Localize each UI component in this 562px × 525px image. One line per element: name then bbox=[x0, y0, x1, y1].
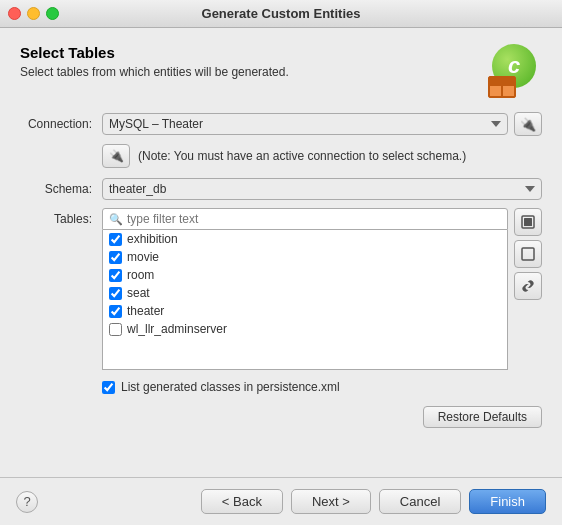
table-name-seat: seat bbox=[127, 286, 150, 300]
restore-defaults-button[interactable]: Restore Defaults bbox=[423, 406, 542, 428]
header-icon bbox=[488, 44, 542, 98]
table-checkbox-exhibition[interactable] bbox=[109, 233, 122, 246]
note-icon-button[interactable]: 🔌 bbox=[102, 144, 130, 168]
connection-plug-button[interactable]: 🔌 bbox=[514, 112, 542, 136]
schema-select[interactable]: theater_db bbox=[102, 178, 542, 200]
header-section: Select Tables Select tables from which e… bbox=[20, 44, 542, 98]
table-row: theater bbox=[103, 302, 507, 320]
connection-row: Connection: MySQL – Theater 🔌 bbox=[20, 112, 542, 136]
main-content: Select Tables Select tables from which e… bbox=[0, 28, 562, 477]
connection-select[interactable]: MySQL – Theater bbox=[102, 113, 508, 135]
bottom-left: ? bbox=[16, 491, 38, 513]
svg-rect-1 bbox=[524, 218, 532, 226]
select-all-icon bbox=[521, 215, 535, 229]
table-icon-cell bbox=[489, 85, 502, 97]
schema-row: Schema: theater_db bbox=[20, 178, 542, 200]
link-button[interactable] bbox=[514, 272, 542, 300]
table-name-room: room bbox=[127, 268, 154, 282]
table-icon bbox=[488, 76, 516, 98]
select-all-button[interactable] bbox=[514, 208, 542, 236]
table-checkbox-theater[interactable] bbox=[109, 305, 122, 318]
table-checkbox-seat[interactable] bbox=[109, 287, 122, 300]
table-icon-cell bbox=[502, 85, 515, 97]
link-icon bbox=[521, 279, 535, 293]
maximize-button[interactable] bbox=[46, 7, 59, 20]
table-icon-cell bbox=[489, 77, 502, 85]
tables-label: Tables: bbox=[20, 208, 102, 226]
schema-control: theater_db bbox=[102, 178, 542, 200]
plug-icon: 🔌 bbox=[520, 117, 536, 132]
schema-label: Schema: bbox=[20, 182, 102, 196]
table-row: exhibition bbox=[103, 230, 507, 248]
tables-section: Tables: 🔍 exhibitionmovieroomseattheater… bbox=[20, 208, 542, 370]
persistence-checkbox-row: List generated classes in persistence.xm… bbox=[20, 380, 542, 394]
header-text: Select Tables Select tables from which e… bbox=[20, 44, 289, 79]
table-name-wl_llr_adminserver: wl_llr_adminserver bbox=[127, 322, 227, 336]
bottom-right: < Back Next > Cancel Finish bbox=[201, 489, 546, 514]
help-icon: ? bbox=[23, 494, 30, 509]
table-name-theater: theater bbox=[127, 304, 164, 318]
back-button[interactable]: < Back bbox=[201, 489, 283, 514]
filter-input[interactable] bbox=[102, 208, 508, 230]
close-button[interactable] bbox=[8, 7, 21, 20]
tables-list-box: exhibitionmovieroomseattheaterwl_llr_adm… bbox=[102, 230, 508, 370]
next-button[interactable]: Next > bbox=[291, 489, 371, 514]
table-row: movie bbox=[103, 248, 507, 266]
filter-input-wrapper: 🔍 bbox=[102, 208, 508, 230]
deselect-all-button[interactable] bbox=[514, 240, 542, 268]
help-button[interactable]: ? bbox=[16, 491, 38, 513]
note-row: 🔌 (Note: You must have an active connect… bbox=[20, 144, 542, 168]
table-row: wl_llr_adminserver bbox=[103, 320, 507, 338]
table-side-buttons bbox=[514, 208, 542, 300]
table-name-exhibition: exhibition bbox=[127, 232, 178, 246]
table-checkbox-movie[interactable] bbox=[109, 251, 122, 264]
note-text: (Note: You must have an active connectio… bbox=[138, 149, 466, 163]
connection-control: MySQL – Theater 🔌 bbox=[102, 112, 542, 136]
table-row: room bbox=[103, 266, 507, 284]
plug-small-icon: 🔌 bbox=[109, 149, 124, 163]
page-description: Select tables from which entities will b… bbox=[20, 65, 289, 79]
page-heading: Select Tables bbox=[20, 44, 289, 61]
deselect-all-icon bbox=[521, 247, 535, 261]
cancel-button[interactable]: Cancel bbox=[379, 489, 461, 514]
svg-rect-2 bbox=[522, 248, 534, 260]
persistence-checkbox[interactable] bbox=[102, 381, 115, 394]
tables-wrapper: 🔍 exhibitionmovieroomseattheaterwl_llr_a… bbox=[102, 208, 508, 370]
table-icon-cell bbox=[502, 77, 515, 85]
bottom-bar: ? < Back Next > Cancel Finish bbox=[0, 477, 562, 525]
finish-button[interactable]: Finish bbox=[469, 489, 546, 514]
window-controls[interactable] bbox=[8, 7, 59, 20]
table-checkbox-wl_llr_adminserver[interactable] bbox=[109, 323, 122, 336]
minimize-button[interactable] bbox=[27, 7, 40, 20]
title-bar: Generate Custom Entities bbox=[0, 0, 562, 28]
table-name-movie: movie bbox=[127, 250, 159, 264]
table-checkbox-room[interactable] bbox=[109, 269, 122, 282]
connection-label: Connection: bbox=[20, 117, 102, 131]
persistence-label: List generated classes in persistence.xm… bbox=[121, 380, 340, 394]
restore-defaults-row: Restore Defaults bbox=[20, 406, 542, 428]
table-row: seat bbox=[103, 284, 507, 302]
window-title: Generate Custom Entities bbox=[202, 6, 361, 21]
